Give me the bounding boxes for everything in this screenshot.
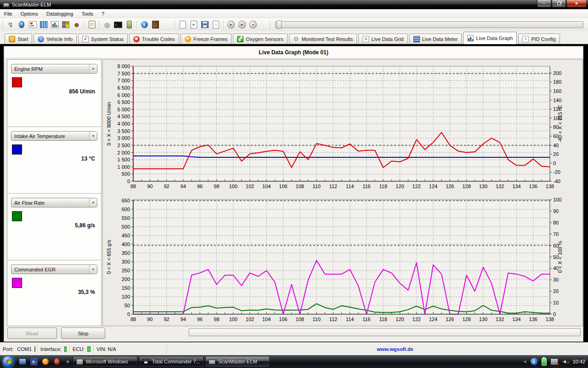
- tab-start[interactable]: ⌂Start: [5, 34, 32, 44]
- sensor-select-3[interactable]: Air Flow Rate ▼: [11, 198, 97, 207]
- windows-icon[interactable]: [61, 20, 70, 29]
- menu-tools[interactable]: Tools: [77, 10, 97, 18]
- sensor-select-2[interactable]: Intake Air Temperature ▼: [11, 131, 97, 141]
- oxygen-icon: ▞: [237, 36, 243, 42]
- tab-live-data-grid[interactable]: ≡Live Data Grid: [358, 34, 407, 44]
- connect-icon[interactable]: ↯: [6, 20, 15, 29]
- svg-text:138: 138: [546, 316, 554, 322]
- minimize-button[interactable]: —: [537, 0, 551, 7]
- svg-text:0 < X < 100 %: 0 < X < 100 %: [557, 241, 563, 273]
- app-icon: [3, 2, 10, 7]
- app-launcher-icon[interactable]: [53, 358, 61, 365]
- chevron-down-icon[interactable]: ▼: [89, 132, 97, 140]
- battery-tray-icon[interactable]: [542, 358, 547, 366]
- data-grid-icon[interactable]: [39, 20, 48, 29]
- toolbar-grip[interactable]: [174, 21, 176, 29]
- tab-system-status[interactable]: ✓System Status: [78, 34, 128, 44]
- stop-button[interactable]: Stop: [61, 328, 105, 339]
- svg-text:450: 450: [122, 233, 130, 238]
- svg-text:-40: -40: [553, 178, 560, 184]
- sensor-select-value: Intake Air Temperature: [11, 133, 89, 139]
- vehicle-card-icon[interactable]: [28, 20, 37, 29]
- menu-help[interactable]: ?: [97, 10, 108, 18]
- clipboard-icon[interactable]: [87, 20, 96, 29]
- sensor-select-4[interactable]: Commanded EGR ▼: [11, 264, 97, 274]
- network-disconnected-icon[interactable]: [550, 358, 558, 365]
- quick-launch-expand-icon[interactable]: »: [66, 358, 69, 365]
- svg-text:250: 250: [122, 268, 130, 273]
- slider-handle[interactable]: [277, 20, 282, 29]
- search-icon[interactable]: ◎: [102, 20, 112, 29]
- terminal-icon[interactable]: >_: [113, 20, 123, 29]
- volume-muted-icon[interactable]: ◄: [562, 358, 567, 365]
- svg-text:90: 90: [553, 208, 559, 214]
- page-icon: ≡: [522, 36, 529, 42]
- checkbox-icon: ✓: [82, 36, 89, 42]
- series-color-swatch: [12, 211, 22, 221]
- sensor-value: 856 U/min: [69, 88, 95, 95]
- play-icon[interactable]: ▶: [226, 20, 236, 29]
- series-color-swatch: [12, 144, 22, 155]
- tab-label: PID Config: [531, 36, 555, 42]
- chevron-down-icon[interactable]: ▼: [89, 265, 97, 274]
- svg-text:3 000: 3 000: [117, 135, 130, 141]
- tab-vehicle-info[interactable]: iVehicle Info: [34, 34, 77, 44]
- save-icon[interactable]: [200, 20, 209, 29]
- export-icon[interactable]: →: [211, 20, 220, 29]
- open-file-icon[interactable]: ▸: [189, 20, 198, 29]
- tab-pid-config[interactable]: ≡PID Config: [518, 34, 560, 44]
- svg-text:0: 0: [553, 311, 556, 317]
- menu-file[interactable]: File: [0, 10, 17, 18]
- charts-area: 8890929496981001021041061081101121141161…: [102, 59, 583, 326]
- svg-text:6 000: 6 000: [117, 92, 130, 98]
- tab-monitored-test-results[interactable]: ⚙Monitored Test Results: [289, 34, 357, 44]
- speed-slider[interactable]: [275, 21, 583, 28]
- restore-button[interactable]: [552, 0, 566, 7]
- show-desktop-icon[interactable]: [19, 358, 26, 365]
- svg-text:20: 20: [553, 288, 559, 294]
- tray-expand-icon[interactable]: <: [524, 359, 526, 364]
- record-icon[interactable]: ●: [249, 20, 258, 29]
- svg-text:4 500: 4 500: [117, 114, 130, 119]
- close-button[interactable]: ×: [566, 0, 587, 7]
- antivirus-tray-icon[interactable]: a: [531, 358, 538, 365]
- svg-text:124: 124: [429, 184, 437, 189]
- new-file-icon[interactable]: [178, 20, 187, 29]
- task-total-commander[interactable]: Total Commander 7...: [139, 356, 204, 367]
- exit-icon[interactable]: →: [151, 20, 160, 29]
- error-circle-icon: ✖: [133, 36, 140, 42]
- info-icon[interactable]: i: [140, 20, 149, 29]
- chevron-down-icon[interactable]: ▼: [89, 198, 97, 207]
- tab-live-data-graph[interactable]: Live Data Graph: [463, 32, 517, 44]
- tab-trouble-codes[interactable]: ✖Trouble Codes: [129, 34, 179, 44]
- media-player-icon[interactable]: ▶: [30, 358, 38, 365]
- task-microsoft-windows[interactable]: Microsoft Windows: [73, 356, 137, 367]
- play-icon[interactable]: ▶: [237, 20, 247, 29]
- freeze-icon: ✦: [185, 36, 191, 42]
- chevron-down-icon[interactable]: ▼: [89, 64, 97, 73]
- toolbar-grip[interactable]: [269, 21, 271, 29]
- tab-oxygen-sensors[interactable]: ▞Oxygen Sensors: [233, 34, 287, 44]
- start-button[interactable]: [2, 356, 14, 368]
- read-button[interactable]: Read: [7, 328, 57, 339]
- website-link[interactable]: www.wgsoft.de: [278, 346, 512, 352]
- browser-icon[interactable]: [42, 358, 49, 365]
- svg-text:122: 122: [413, 316, 421, 322]
- svg-text:160: 160: [553, 88, 561, 94]
- sensor-select-1[interactable]: Engine RPM ▼: [11, 64, 97, 74]
- tab-label: System Status: [91, 36, 124, 42]
- menu-options[interactable]: Options: [17, 10, 42, 18]
- svg-text:80: 80: [553, 220, 559, 225]
- window-task-icon: [76, 359, 83, 365]
- toolbar: ↯ ☻ ◎ >_ i → ▸ → ▶ ▶ ●: [0, 18, 588, 31]
- globe-icon[interactable]: [17, 20, 26, 29]
- bar-chart-icon[interactable]: [50, 20, 59, 29]
- tab-live-data-meter[interactable]: Live Data Meter: [409, 34, 462, 44]
- user-icon[interactable]: ☻: [72, 20, 81, 29]
- task-scanmaster-elm[interactable]: ScanMaster-ELM: [205, 356, 270, 367]
- menu-datalogging[interactable]: Datalogging: [42, 10, 78, 18]
- device-icon[interactable]: [124, 20, 134, 29]
- toolbar-grip[interactable]: [1, 21, 4, 29]
- interface-label: Interface:: [40, 346, 62, 352]
- tab-freeze-frames[interactable]: ✦Freeze Frames: [181, 34, 232, 44]
